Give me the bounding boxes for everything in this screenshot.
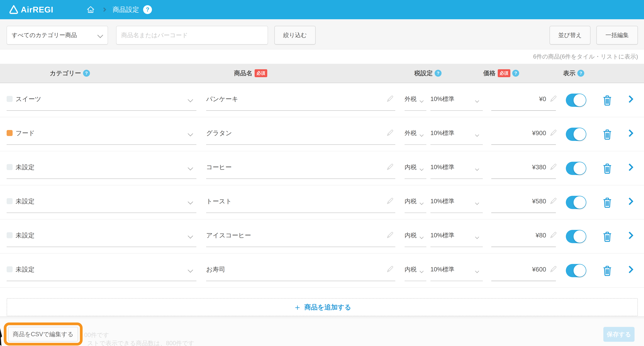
category-select[interactable]: 未設定 xyxy=(16,265,34,274)
category-select[interactable]: スイーツ xyxy=(16,95,41,103)
chevron-down-icon xyxy=(420,235,424,239)
chevron-down-icon xyxy=(475,201,479,205)
search-input[interactable] xyxy=(116,26,268,45)
category-color-swatch xyxy=(6,164,12,170)
field-underline xyxy=(430,110,483,111)
tax-type-select[interactable]: 内税 xyxy=(404,163,416,172)
page-help-icon[interactable]: ? xyxy=(143,5,152,14)
tax-type-select[interactable]: 内税 xyxy=(404,197,416,206)
column-label: 商品名 xyxy=(234,69,252,78)
field-underline xyxy=(6,110,196,111)
field-underline xyxy=(206,110,395,111)
field-underline xyxy=(404,212,426,213)
product-name-field[interactable]: アイスコーヒー xyxy=(206,231,251,240)
required-badge: 必須 xyxy=(498,69,510,77)
trash-icon[interactable] xyxy=(602,94,612,106)
pencil-icon[interactable] xyxy=(549,95,558,103)
row-detail-chevron-right-icon[interactable] xyxy=(626,266,634,273)
category-select[interactable]: 未設定 xyxy=(16,163,34,172)
visibility-toggle[interactable] xyxy=(566,230,586,243)
product-name-field[interactable]: お寿司 xyxy=(206,265,225,274)
pencil-icon[interactable] xyxy=(386,231,394,240)
visibility-toggle[interactable] xyxy=(566,162,586,175)
product-name-field[interactable]: コーヒー xyxy=(206,163,232,172)
product-name-field[interactable]: グラタン xyxy=(206,129,232,137)
table-row: スイーツ パンケーキ 外税 10%標準 ¥0 xyxy=(0,83,644,117)
tax-rate-select[interactable]: 10%標準 xyxy=(430,231,454,240)
tax-rate-select[interactable]: 10%標準 xyxy=(430,129,454,137)
trash-icon[interactable] xyxy=(602,265,612,277)
csv-edit-button[interactable]: 商品をCSVで編集する xyxy=(8,327,78,341)
visibility-toggle[interactable] xyxy=(566,196,586,209)
price-field[interactable]: ¥80 xyxy=(491,231,546,240)
tax-rate-select[interactable]: 10%標準 xyxy=(430,163,454,172)
trash-icon[interactable] xyxy=(602,128,612,140)
tax-type-select[interactable]: 外税 xyxy=(404,129,416,137)
filter-button[interactable]: 絞り込む xyxy=(274,26,316,45)
field-underline xyxy=(404,281,426,281)
category-color-swatch xyxy=(6,130,12,136)
product-name-field[interactable]: パンケーキ xyxy=(206,95,238,103)
row-detail-chevron-right-icon[interactable] xyxy=(626,163,634,171)
pencil-icon[interactable] xyxy=(386,265,394,274)
pencil-icon[interactable] xyxy=(386,95,394,103)
product-name-field[interactable]: トースト xyxy=(206,197,232,206)
tax-type-select[interactable]: 外税 xyxy=(404,95,416,103)
trash-icon[interactable] xyxy=(602,196,612,208)
tax-rate-select[interactable]: 10%標準 xyxy=(430,265,454,274)
price-field[interactable]: ¥600 xyxy=(491,265,546,274)
visibility-toggle[interactable] xyxy=(566,128,586,141)
pencil-icon[interactable] xyxy=(549,163,558,172)
trash-icon[interactable] xyxy=(602,230,612,242)
tax-help-icon[interactable]: ? xyxy=(435,70,442,77)
tax-rate-select[interactable]: 10%標準 xyxy=(430,95,454,103)
field-underline xyxy=(206,178,395,179)
row-detail-chevron-right-icon[interactable] xyxy=(626,232,634,239)
trash-icon[interactable] xyxy=(602,162,612,174)
category-help-icon[interactable]: ? xyxy=(83,70,90,77)
field-underline xyxy=(6,212,196,213)
chevron-down-icon xyxy=(420,201,424,205)
table-row: 未設定 お寿司 内税 10%標準 ¥600 xyxy=(0,253,644,288)
field-underline xyxy=(430,281,483,281)
tax-type-select[interactable]: 内税 xyxy=(404,265,416,274)
category-select[interactable]: 未設定 xyxy=(16,197,34,206)
category-filter-dropdown[interactable]: すべてのカテゴリー商品 xyxy=(6,26,108,45)
field-underline xyxy=(491,110,556,111)
row-detail-chevron-right-icon[interactable] xyxy=(626,129,634,137)
app-root: AirREGI 商品設定 ? すべてのカテゴリー商品 絞り込む 並び替え 一括編… xyxy=(0,0,644,346)
price-field[interactable]: ¥900 xyxy=(491,129,546,137)
field-underline xyxy=(404,144,426,145)
add-product-button[interactable]: ＋ 商品を追加する xyxy=(6,298,638,316)
field-underline xyxy=(491,247,556,247)
visibility-toggle[interactable] xyxy=(566,264,586,277)
pencil-icon[interactable] xyxy=(549,265,558,274)
required-badge: 必須 xyxy=(255,69,267,77)
price-field[interactable]: ¥380 xyxy=(491,163,546,172)
pencil-icon[interactable] xyxy=(386,163,394,172)
result-count-bar: 6件の商品(6件をタイル・リストに表示) xyxy=(0,49,644,64)
sort-button[interactable]: 並び替え xyxy=(550,26,590,45)
price-field[interactable]: ¥0 xyxy=(491,95,546,103)
row-detail-chevron-right-icon[interactable] xyxy=(626,198,634,205)
airregi-logo[interactable]: AirREGI xyxy=(9,5,53,15)
pencil-icon[interactable] xyxy=(549,231,558,240)
category-color-swatch xyxy=(6,96,12,102)
pencil-icon[interactable] xyxy=(549,129,558,137)
pencil-icon[interactable] xyxy=(549,197,558,206)
save-button[interactable]: 保存する xyxy=(603,327,634,342)
visibility-toggle[interactable] xyxy=(566,94,586,107)
pencil-icon[interactable] xyxy=(386,197,394,206)
row-detail-chevron-right-icon[interactable] xyxy=(626,95,634,103)
category-select[interactable]: フード xyxy=(16,129,35,137)
visibility-help-icon[interactable]: ? xyxy=(577,70,584,77)
pencil-icon[interactable] xyxy=(386,129,394,137)
price-field[interactable]: ¥580 xyxy=(491,197,546,206)
field-underline xyxy=(6,178,196,179)
bulk-edit-button[interactable]: 一括編集 xyxy=(596,26,638,45)
tax-type-select[interactable]: 内税 xyxy=(404,231,416,240)
tax-rate-select[interactable]: 10%標準 xyxy=(430,197,454,206)
price-help-icon[interactable]: ? xyxy=(512,70,519,77)
home-icon[interactable] xyxy=(86,5,95,14)
category-select[interactable]: 未設定 xyxy=(16,231,34,240)
